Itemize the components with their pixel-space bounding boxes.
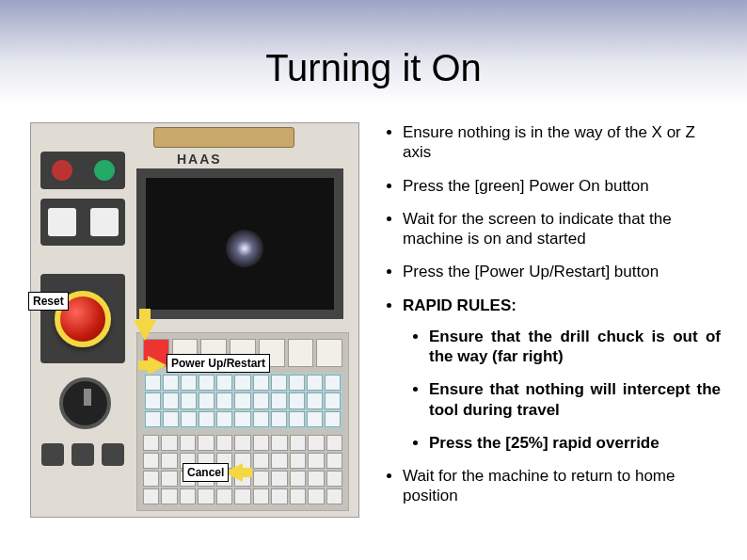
bullet-item: RAPID RULES: Ensure that the drill chuck… [403, 296, 721, 454]
arrow-right-icon [148, 356, 167, 375]
aux-button-icon [72, 443, 94, 466]
bullet-list: Ensure nothing is in the way of the X or… [380, 122, 721, 506]
sub-bullet-item: Press the [25%] rapid override [429, 433, 721, 453]
arrow-down-icon [134, 320, 156, 341]
text-column: Ensure nothing is in the way of the X or… [369, 122, 721, 541]
emergency-stop-box [40, 274, 125, 363]
callout-power-up: Power Up/Restart [167, 354, 270, 373]
key-icon [288, 339, 314, 367]
gauge-icon [90, 208, 119, 236]
brand-label: HAAS [177, 152, 222, 167]
aux-button-icon [102, 443, 124, 466]
image-column: HAAS [30, 122, 369, 527]
callout-cancel: Cancel [183, 463, 229, 482]
gauge-box [40, 199, 125, 246]
power-off-button-icon [52, 160, 72, 181]
rapid-rules-heading: RAPID RULES: [403, 296, 517, 314]
bullet-item: Wait for the machine to return to home p… [403, 466, 721, 506]
callout-reset: Reset [28, 292, 69, 311]
aux-button-icon [41, 443, 64, 466]
sub-bullet-item: Ensure that nothing will intercept the t… [429, 379, 721, 420]
sub-bullet-list: Ensure that the drill chuck is out of th… [403, 327, 721, 453]
bullet-item: Press the [Power Up/Restart] button [403, 262, 721, 281]
aux-buttons [40, 443, 125, 481]
gauge-icon [48, 208, 76, 236]
handle-jog-dial-icon [59, 377, 111, 429]
name-plate [153, 127, 294, 148]
crt-screen [136, 168, 343, 319]
keypad-grid-upper [143, 373, 342, 429]
slide: Turning it On HAAS [0, 0, 747, 560]
bullet-item: Wait for the screen to indicate that the… [403, 209, 721, 249]
slide-title: Turning it On [0, 47, 747, 89]
key-icon [316, 339, 342, 367]
power-button-box [40, 152, 125, 189]
bullet-item: Press the [green] Power On button [403, 176, 721, 196]
machine-panel-illustration: HAAS [30, 122, 359, 518]
sub-bullet-item: Ensure that the drill chuck is out of th… [429, 327, 721, 367]
bullet-item: Ensure nothing is in the way of the X or… [403, 122, 721, 163]
power-on-button-icon [94, 160, 115, 181]
content-area: HAAS [30, 122, 721, 541]
